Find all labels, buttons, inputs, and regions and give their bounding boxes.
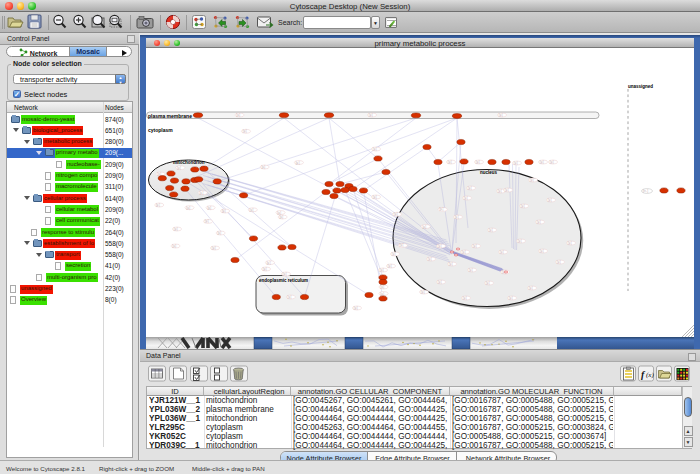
svg-text:[y.]: [y.]: [438, 280, 442, 284]
svg-text:[y.]: [y.]: [200, 191, 204, 195]
svg-text:[y.]: [y.]: [438, 244, 442, 248]
svg-text:[y.]: [y.]: [263, 267, 267, 271]
svg-text:[y.]: [y.]: [156, 203, 160, 207]
svg-text:[y.]: [y.]: [392, 252, 396, 256]
svg-text:[y.]: [y.]: [548, 198, 552, 202]
svg-text:mitochondrion: mitochondrion: [173, 160, 205, 165]
svg-text:[tr..]: [tr..]: [643, 189, 648, 193]
svg-text:[y.]: [y.]: [354, 306, 358, 310]
svg-text:[y.]: [y.]: [518, 239, 522, 243]
svg-text:[y.]: [y.]: [250, 208, 254, 212]
svg-text:[y.]: [y.]: [455, 215, 459, 219]
svg-text:[y.]: [y.]: [236, 113, 240, 117]
svg-text:[y.]: [y.]: [261, 165, 265, 169]
svg-text:[y.]: [y.]: [380, 285, 384, 289]
svg-text:[y.]: [y.]: [373, 147, 377, 151]
svg-text:[y.]: [y.]: [530, 178, 534, 182]
svg-text:[y.]: [y.]: [486, 281, 490, 285]
svg-text:[y.]: [y.]: [172, 244, 176, 248]
svg-text:[y.]: [y.]: [421, 290, 425, 294]
svg-text:[y.]: [y.]: [373, 195, 377, 199]
svg-text:[y.]: [y.]: [380, 292, 384, 296]
svg-text:[y.]: [y.]: [440, 207, 444, 211]
svg-text:[y.]: [y.]: [212, 246, 216, 250]
svg-text:[y.]: [y.]: [476, 160, 480, 164]
svg-text:[y.]: [y.]: [468, 186, 472, 190]
svg-text:[y.]: [y.]: [498, 189, 502, 193]
svg-text:[y.]: [y.]: [177, 166, 181, 170]
svg-text:[y.]: [y.]: [448, 160, 452, 164]
svg-text:[y.]: [y.]: [469, 268, 473, 272]
svg-text:[y.]: [y.]: [400, 243, 404, 247]
svg-text:[y.]: [y.]: [540, 160, 544, 164]
svg-text:[y.]: [y.]: [509, 296, 513, 300]
svg-text:plasma membrane: plasma membrane: [148, 113, 192, 119]
svg-text:[y.]: [y.]: [283, 272, 287, 276]
svg-text:[y.]: [y.]: [267, 261, 271, 265]
svg-text:[y.]: [y.]: [499, 113, 503, 117]
svg-text:[y.]: [y.]: [394, 212, 398, 216]
svg-text:cytoplasm: cytoplasm: [148, 127, 173, 133]
svg-text:[y.]: [y.]: [550, 160, 554, 164]
svg-text:[y.]: [y.]: [505, 188, 509, 192]
svg-text:[y.]: [y.]: [369, 113, 373, 117]
svg-text:[y.]: [y.]: [537, 220, 541, 224]
svg-text:[y.]: [y.]: [288, 295, 292, 299]
svg-text:unassigned: unassigned: [628, 84, 653, 89]
svg-text:[y.]: [y.]: [464, 196, 468, 200]
svg-text:[y.]: [y.]: [380, 268, 384, 272]
svg-text:[y.]: [y.]: [277, 211, 281, 215]
svg-text:[y.]: [y.]: [449, 262, 453, 266]
svg-text:[y.]: [y.]: [279, 215, 283, 219]
svg-text:nucleus: nucleus: [480, 170, 498, 175]
svg-text:[y.]: [y.]: [174, 227, 178, 231]
svg-text:endoplasmic reticulum: endoplasmic reticulum: [259, 278, 308, 283]
svg-text:[y.]: [y.]: [557, 260, 561, 264]
svg-text:[y.]: [y.]: [222, 209, 226, 213]
svg-text:[y.]: [y.]: [463, 296, 467, 300]
svg-text:[y.]: [y.]: [473, 244, 477, 248]
svg-text:[y.]: [y.]: [428, 257, 432, 261]
svg-text:[y.]: [y.]: [217, 231, 221, 235]
svg-text:[y.]: [y.]: [207, 206, 211, 210]
svg-text:[y.]: [y.]: [521, 204, 525, 208]
svg-text:[y.]: [y.]: [296, 161, 300, 165]
svg-text:[y.]: [y.]: [462, 250, 466, 254]
svg-text:[y.]: [y.]: [540, 249, 544, 253]
svg-text:[y.]: [y.]: [529, 286, 533, 290]
svg-text:(x): (x): [646, 371, 654, 379]
svg-text:[y.]: [y.]: [500, 250, 504, 254]
svg-text:[y.]: [y.]: [243, 129, 247, 133]
svg-text:[y.]: [y.]: [422, 225, 426, 229]
svg-text:[y.]: [y.]: [186, 206, 190, 210]
svg-text:[y.]: [y.]: [514, 161, 518, 165]
svg-text:[y.]: [y.]: [489, 228, 493, 232]
svg-text:[y.]: [y.]: [388, 264, 392, 268]
svg-text:[y.]: [y.]: [568, 241, 572, 245]
svg-text:[y.]: [y.]: [157, 172, 161, 176]
svg-text:[y.]: [y.]: [205, 219, 209, 223]
